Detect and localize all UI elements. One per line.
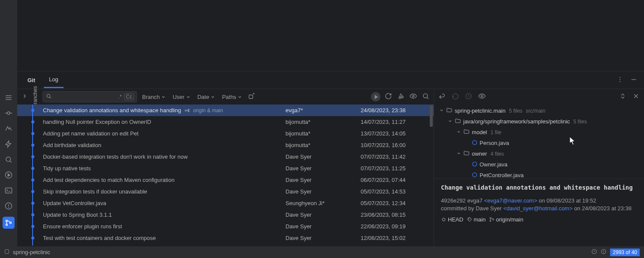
svg-point-3 — [7, 112, 10, 114]
chevron-down-icon[interactable] — [456, 129, 461, 135]
commit-row[interactable]: Adding pet name validation on edit Pet b… — [17, 128, 434, 139]
cherry-pick-icon[interactable] — [396, 92, 405, 102]
tree-file[interactable]: PetController.java — [434, 170, 644, 178]
project-name[interactable]: spring-petclinic — [13, 249, 50, 255]
commit-message: Add test dependencies to match Maven con… — [43, 177, 174, 183]
tab-log[interactable]: Log — [44, 72, 64, 88]
eye-icon[interactable] — [409, 92, 418, 102]
regex-toggle[interactable]: .* — [118, 94, 122, 100]
commit-author: Dave Syer — [286, 223, 361, 230]
problems-icon[interactable] — [4, 201, 13, 211]
commit-date: 13/07/2023, 14:05 — [361, 130, 434, 137]
structure-icon[interactable] — [4, 124, 13, 133]
commit-row[interactable]: handling Null pointer Exception on Owner… — [17, 116, 434, 128]
commit-author-line: 4926e292 evga7 <evga7@naver.com> on 09/0… — [441, 197, 637, 205]
refresh-icon[interactable] — [384, 92, 393, 102]
filter-branch[interactable]: Branch — [140, 94, 167, 100]
expand-icon[interactable] — [618, 92, 627, 102]
find-icon[interactable] — [421, 92, 430, 102]
go-to-icon[interactable] — [371, 92, 380, 101]
commit-list[interactable]: Change validation annotations and whites… — [17, 104, 434, 246]
tree-file[interactable]: Owner.java — [434, 159, 644, 170]
commit-author: bijomutta* — [286, 142, 361, 148]
minimize-icon[interactable] — [629, 74, 639, 86]
chevron-down-icon[interactable] — [448, 118, 453, 125]
panel-tabs: Git Log — [17, 71, 644, 89]
terminal-icon[interactable] — [4, 186, 13, 195]
svg-line-27 — [427, 98, 428, 99]
ref-badge[interactable]: origin/main — [489, 216, 523, 223]
commit-date: 07/07/2023, 11:25 — [361, 165, 434, 172]
search-icon[interactable] — [4, 155, 13, 164]
tree-root[interactable]: spring-petclinic.main5 filessrc/main — [434, 105, 644, 116]
left-tool-strip — [0, 0, 17, 246]
svg-point-25 — [412, 95, 414, 97]
svg-point-47 — [604, 253, 604, 253]
svg-point-11 — [9, 207, 9, 208]
tree-file[interactable]: Person.java — [434, 138, 644, 148]
ref-badge[interactable]: main — [467, 216, 486, 223]
commit-row[interactable]: Ensure enforcer plugin runs first Dave S… — [17, 221, 434, 232]
filter-paths[interactable]: Paths — [220, 94, 244, 100]
status-warning-icon[interactable] — [591, 249, 597, 256]
commit-message: Add birthdate validation — [43, 142, 101, 148]
more-icon[interactable] — [615, 74, 625, 86]
chevron-down-icon[interactable] — [439, 108, 444, 114]
svg-point-19 — [47, 94, 50, 98]
case-toggle[interactable]: Cc — [124, 93, 134, 100]
commit-row[interactable]: Add test dependencies to match Maven con… — [17, 174, 434, 186]
filter-date[interactable]: Date — [196, 94, 217, 100]
scrollbar[interactable] — [430, 105, 433, 127]
tree-folder-model[interactable]: model1 file — [434, 127, 644, 138]
new-branch-icon[interactable] — [247, 92, 256, 102]
commit-date: 06/07/2023, 07:44 — [361, 177, 434, 183]
folder-icon — [463, 150, 470, 158]
log-search[interactable]: .* Cc — [43, 91, 137, 102]
actions-icon[interactable] — [4, 139, 13, 149]
preview-icon[interactable] — [477, 92, 486, 102]
commit-row[interactable]: Add birthdate validation bijomutta* 10/0… — [17, 139, 434, 151]
svg-point-41 — [490, 220, 491, 221]
search-input[interactable] — [55, 94, 115, 100]
git-panel: Git Log Branches .* Cc Branch User Date … — [17, 71, 644, 246]
commit-date: 23/06/2023, 08:15 — [361, 212, 434, 218]
filter-user[interactable]: User — [171, 94, 192, 100]
status-info-icon[interactable] — [601, 249, 607, 256]
commit-author: bijomutta* — [286, 119, 361, 125]
git-icon[interactable] — [3, 217, 15, 229]
ref-badge[interactable]: HEAD — [441, 216, 463, 223]
commit-icon[interactable] — [4, 108, 13, 118]
svg-rect-8 — [6, 188, 12, 193]
tree-package[interactable]: java/org/springframework/samples/petclin… — [434, 116, 644, 127]
undo-icon[interactable] — [451, 92, 460, 102]
commit-date: 24/08/2023, 23:38 — [361, 107, 434, 114]
status-counter[interactable]: 2993 of 40 — [610, 249, 640, 256]
commit-row[interactable]: Tidy up native tests Dave Syer 07/07/202… — [17, 163, 434, 174]
commit-refs: HEADmainorigin/main — [441, 216, 637, 223]
commit-row[interactable]: Change validation annotations and whites… — [17, 104, 434, 116]
svg-point-39 — [468, 218, 469, 219]
svg-point-40 — [490, 218, 491, 219]
commit-date: 12/06/2023, 15:02 — [361, 235, 434, 241]
project-icon — [4, 249, 9, 255]
run-icon[interactable] — [4, 170, 13, 180]
commit-row[interactable]: Update VetController.java Seunghyeon Ji*… — [17, 197, 434, 209]
folder-icon — [463, 129, 470, 136]
chevron-down-icon[interactable] — [456, 150, 461, 157]
svg-point-24 — [401, 96, 403, 98]
commit-row[interactable]: Docker-based integration tests don't wor… — [17, 151, 434, 163]
tree-folder-owner[interactable]: owner4 files — [434, 148, 644, 159]
commit-row[interactable]: Skip integration tests if docker unavail… — [17, 186, 434, 197]
history-icon[interactable] — [464, 92, 473, 102]
commit-message: Skip integration tests if docker unavail… — [43, 188, 147, 195]
expand-branches-icon[interactable] — [21, 92, 29, 101]
file-icon — [472, 172, 477, 179]
commit-date: 07/07/2023, 11:42 — [361, 154, 434, 160]
commit-row[interactable]: Test with test containers and docker com… — [17, 232, 434, 244]
close-icon[interactable] — [632, 92, 641, 102]
commit-row[interactable]: Update to Spring Boot 3.1.1 Dave Syer 23… — [17, 209, 434, 221]
list-icon[interactable] — [4, 93, 13, 102]
changed-files-tree[interactable]: spring-petclinic.main5 filessrc/main jav… — [434, 104, 644, 178]
svg-point-28 — [185, 110, 186, 111]
revert-icon[interactable] — [437, 92, 447, 102]
